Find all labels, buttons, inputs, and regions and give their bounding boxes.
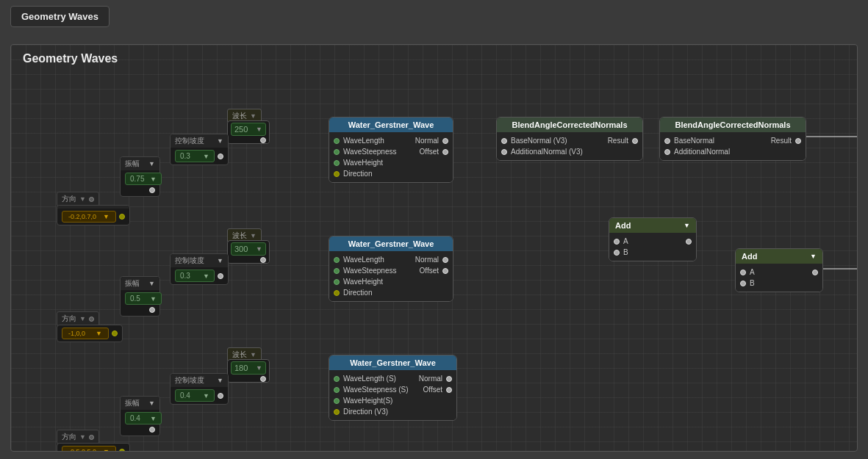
wave2-height-pin — [334, 279, 340, 285]
canvas-area: Geometry Waves 波长 ▼ 2 — [10, 44, 858, 452]
dir-vec-pin-2 — [112, 330, 118, 336]
blend1-add-pin — [501, 149, 507, 155]
wave2-steepness-pin — [334, 268, 340, 274]
amp-node-3: 振幅 ▼ 0.4 ▼ — [120, 396, 160, 436]
wave3-steepness-pin — [334, 387, 340, 393]
wave1-dir-pin — [334, 171, 340, 177]
wave3-dir-pin — [334, 409, 340, 415]
wave1-height-row: WaveHeight — [334, 157, 448, 168]
amp-node-1: 振幅 ▼ 0.75 ▼ — [120, 156, 160, 197]
slope-out-pin-3 — [218, 393, 223, 399]
wave1-normal-pin — [442, 138, 448, 144]
wave3-steepness-row: WaveSteepness (S) Offset — [334, 384, 452, 395]
wavelength-out-pin-3 — [260, 376, 266, 382]
slope-out-pin-1 — [218, 153, 223, 159]
blend2-result-pin — [795, 138, 801, 144]
wave-node-1: Water_Gerstner_Wave WaveLength Normal Wa… — [329, 117, 453, 183]
dir-vec-pin-3 — [119, 449, 125, 452]
add1-a-row: A — [614, 236, 692, 247]
blend-node-1: BlendAngleCorrectedNormals BaseNormal (V… — [496, 117, 643, 161]
blend2-base-pin — [664, 138, 670, 144]
wave1-steepness-pin — [334, 149, 340, 155]
amp-out-pin-3 — [149, 427, 155, 433]
blend1-base-pin — [501, 138, 507, 144]
dir-node-2: -1,0,0 ▼ — [57, 325, 123, 342]
wavelength-value-2[interactable]: 300 ▼ — [227, 240, 270, 264]
wave-node-3: Water_Gerstner_Wave WaveLength (S) Norma… — [329, 355, 457, 421]
add-node-2: Add ▼ A B — [735, 248, 823, 292]
wave1-height-pin — [334, 160, 340, 166]
wave3-normal-pin — [446, 376, 452, 382]
slope-out-pin-2 — [218, 273, 223, 279]
dir-out-pin-1 — [89, 197, 94, 202]
slope-node-2: 控制坡度 ▼ 0.3 ▼ — [170, 253, 229, 285]
wave3-height-row: WaveHeight(S) — [334, 395, 452, 406]
wave2-offset-pin — [442, 268, 448, 274]
slope-node-1: 控制坡度 ▼ 0.3 ▼ — [170, 134, 229, 165]
add2-a-row: A — [740, 267, 818, 278]
slope-node-3: 控制坡度 ▼ 0.4 ▼ — [170, 373, 229, 405]
wave1-offset-pin — [442, 149, 448, 155]
blend2-add-pin — [664, 149, 670, 155]
add2-b-pin — [740, 281, 746, 286]
add2-out-pin — [812, 270, 818, 275]
dir-out-pin-2 — [89, 317, 94, 322]
wavelength-out-pin-2 — [260, 257, 266, 263]
wave2-direction-row: Direction — [334, 287, 448, 298]
dir-out-pin-3 — [89, 435, 94, 440]
blend1-basenormal-row: BaseNormal (V3) Result — [501, 135, 638, 146]
add1-b-row: B — [614, 247, 692, 258]
wave2-dir-pin — [334, 290, 340, 296]
add2-a-pin — [740, 270, 746, 275]
wave2-wavelength-pin — [334, 257, 340, 263]
wave2-steepness-row: WaveSteepness Offset — [334, 265, 448, 276]
wave3-wavelength-pin — [334, 376, 340, 382]
wave1-wavelength-row: WaveLength Normal — [334, 135, 448, 146]
add1-a-pin — [614, 239, 620, 245]
wave2-wavelength-row: WaveLength Normal — [334, 254, 448, 265]
blend2-addnormal-row: AdditionalNormal — [664, 146, 801, 157]
canvas-title: Geometry Waves — [23, 52, 118, 65]
wavelength-value-1[interactable]: 250 ▼ — [227, 120, 270, 144]
dir-label-3: 方向 ▼ — [57, 430, 99, 444]
dir-label-2: 方向 ▼ — [57, 311, 99, 326]
amp-node-2: 振幅 ▼ 0.5 ▼ — [120, 276, 160, 317]
blend1-addnormal-row: AdditionalNormal (V3) — [501, 146, 638, 157]
dir-node-3: -0.5,0.5,0 ▼ — [57, 443, 130, 452]
add1-b-pin — [614, 250, 620, 256]
wavelength-value-3[interactable]: 180 ▼ — [227, 359, 270, 383]
wave3-offset-pin — [446, 387, 452, 393]
wave3-height-pin — [334, 398, 340, 404]
amp-out-pin-1 — [149, 187, 155, 193]
wave2-height-row: WaveHeight — [334, 276, 448, 287]
blend-node-2: BlendAngleCorrectedNormals BaseNormal Re… — [659, 117, 806, 161]
add2-b-row: B — [740, 278, 818, 289]
add1-out-pin — [686, 239, 692, 245]
wave3-wavelength-row: WaveLength (S) Normal — [334, 373, 452, 384]
wave3-direction-row: Direction (V3) — [334, 406, 452, 417]
wavelength-out-pin-1 — [260, 137, 266, 143]
blend2-basenormal-row: BaseNormal Result — [664, 135, 801, 146]
wave1-direction-row: Direction — [334, 168, 448, 179]
add-node-1: Add ▼ A B — [609, 217, 697, 261]
wave1-wavelength-pin-left — [334, 138, 340, 144]
wave2-normal-pin — [442, 257, 448, 263]
dir-vec-pin-1 — [119, 214, 125, 220]
window-title: Geometry Waves — [10, 6, 110, 27]
amp-out-pin-2 — [149, 307, 155, 313]
wave-node-2: Water_Gerstner_Wave WaveLength Normal Wa… — [329, 236, 453, 302]
dir-node-1: -0.2,0.7,0 ▼ — [57, 205, 130, 225]
dir-label-1: 方向 ▼ — [57, 192, 99, 206]
wave1-steepness-row: WaveSteepness Offset — [334, 146, 448, 157]
blend1-result-pin — [632, 138, 638, 144]
